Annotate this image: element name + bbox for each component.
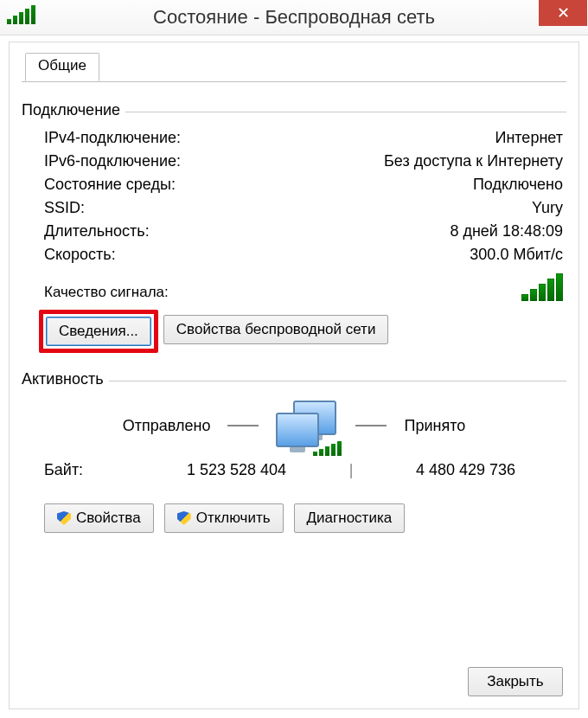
bytes-sent-value: 1 523 528 404 [139,461,334,479]
activity-signal-icon [313,441,342,456]
row-signal-quality: Качество сигнала: [44,266,563,306]
disable-button[interactable]: Отключить [164,503,284,533]
group-connection-legend: Подключение [22,101,125,119]
close-button[interactable]: Закрыть [468,667,563,696]
client-area: Общие Подключение IPv4-подключение: Инте… [9,42,579,709]
row-ipv4: IPv4-подключение: Интернет [44,126,563,150]
tab-underline [22,81,566,82]
close-window-button[interactable]: ✕ [539,0,587,26]
row-media-state: Состояние среды: Подключено [44,173,563,196]
row-speed: Скорость: 300.0 Мбит/с [44,243,563,266]
bytes-received-value: 4 480 429 736 [368,461,563,479]
activity-diagram: Отправлено Принято [22,401,566,451]
group-activity-legend: Активность [22,370,109,388]
highlight-details: Сведения... [44,315,153,348]
titlebar[interactable]: Состояние - Беспроводная сеть ✕ [0,0,588,35]
properties-button[interactable]: Свойства [44,503,154,533]
wifi-signal-icon [7,5,35,29]
row-duration: Длительность: 8 дней 18:48:09 [44,220,563,243]
shield-icon [177,511,191,525]
received-label: Принято [404,417,465,435]
row-bytes: Байт: 1 523 528 404 | 4 480 429 736 [22,458,566,479]
row-ipv6: IPv6-подключение: Без доступа к Интернет… [44,150,563,173]
details-button[interactable]: Сведения... [46,317,151,346]
row-ssid: SSID: Yury [44,196,563,220]
tabstrip: Общие [22,53,566,82]
group-connection: Подключение IPv4-подключение: Интернет I… [22,101,566,348]
close-icon: ✕ [557,3,570,22]
network-monitors-icon [276,401,338,451]
wireless-properties-button[interactable]: Свойства беспроводной сети [163,315,389,344]
shield-icon [57,511,71,525]
diagnose-button[interactable]: Диагностика [294,503,406,533]
tab-general[interactable]: Общие [25,53,99,81]
window-title: Состояние - Беспроводная сеть [0,6,588,29]
sent-label: Отправлено [123,417,211,435]
window: Состояние - Беспроводная сеть ✕ Общие По… [0,0,588,718]
group-activity: Активность Отправлено [22,370,566,533]
signal-strength-icon [521,273,563,301]
